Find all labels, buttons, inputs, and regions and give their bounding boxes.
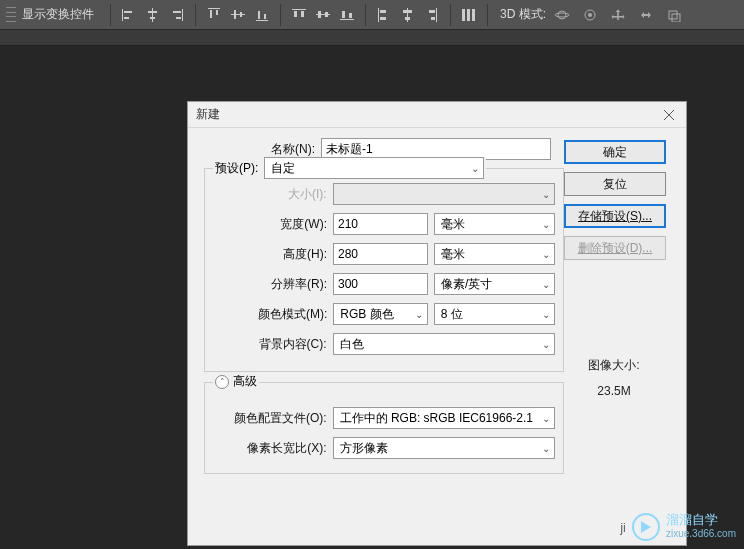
- dist-h-bottom-icon[interactable]: [336, 4, 358, 26]
- svg-rect-17: [264, 14, 266, 19]
- image-size-info: 图像大小: 23.5M: [564, 357, 664, 398]
- align-vcenter-icon[interactable]: [227, 4, 249, 26]
- chevron-down-icon: ⌄: [542, 443, 550, 454]
- dist-h-top-icon[interactable]: [288, 4, 310, 26]
- delete-preset-button: 删除预设(D)...: [564, 236, 666, 260]
- resolution-label: 分辨率(R):: [213, 276, 327, 293]
- svg-rect-38: [472, 9, 475, 21]
- toolbar-divider: [110, 4, 111, 26]
- svg-rect-37: [467, 9, 470, 21]
- svg-point-42: [588, 13, 592, 17]
- svg-point-40: [555, 13, 569, 17]
- watermark-url: zixue.3d66.com: [666, 527, 736, 541]
- toolbar-divider: [365, 4, 366, 26]
- dist-h-center-icon[interactable]: [312, 4, 334, 26]
- ruler: [0, 30, 744, 46]
- toolbar-divider: [280, 4, 281, 26]
- chevron-down-icon: ⌄: [542, 339, 550, 350]
- width-label: 宽度(W):: [213, 216, 327, 233]
- watermark: ji 溜溜自学 zixue.3d66.com: [620, 513, 736, 541]
- svg-rect-4: [148, 11, 157, 13]
- svg-rect-23: [325, 12, 328, 17]
- svg-rect-24: [340, 19, 354, 20]
- image-size-value: 23.5M: [564, 384, 664, 398]
- resolution-unit-select[interactable]: 像素/英寸⌄: [434, 273, 555, 295]
- svg-rect-36: [462, 9, 465, 21]
- width-input[interactable]: [333, 213, 428, 235]
- color-mode-label: 颜色模式(M):: [213, 306, 327, 323]
- 3d-pan-icon[interactable]: [607, 4, 629, 26]
- watermark-play-icon: [632, 513, 660, 541]
- color-mode-select[interactable]: RGB 颜色⌄: [333, 303, 427, 325]
- width-unit-select[interactable]: 毫米⌄: [434, 213, 555, 235]
- chevron-down-icon: ⌄: [471, 163, 479, 174]
- svg-rect-43: [669, 11, 677, 19]
- svg-rect-3: [152, 8, 153, 22]
- svg-rect-25: [342, 11, 345, 18]
- bg-label: 背景内容(C):: [213, 336, 327, 353]
- svg-rect-14: [240, 12, 242, 17]
- svg-rect-8: [176, 17, 181, 19]
- size-label: 大小(I):: [213, 186, 327, 203]
- name-label: 名称(N):: [200, 141, 315, 158]
- toolbar-divider: [487, 4, 488, 26]
- svg-rect-20: [301, 11, 304, 17]
- bg-select[interactable]: 白色⌄: [333, 333, 555, 355]
- align-hcenter-icon[interactable]: [142, 4, 164, 26]
- size-select: ⌄: [333, 183, 555, 205]
- chevron-down-icon: ⌄: [542, 279, 550, 290]
- dist-v-left-icon[interactable]: [373, 4, 395, 26]
- svg-rect-13: [234, 10, 236, 19]
- height-unit-select[interactable]: 毫米⌄: [434, 243, 555, 265]
- preset-select[interactable]: 自定 ⌄: [264, 157, 484, 179]
- chevron-down-icon: ⌄: [542, 189, 550, 200]
- height-input[interactable]: [333, 243, 428, 265]
- color-depth-select[interactable]: 8 位⌄: [434, 303, 555, 325]
- svg-rect-22: [318, 11, 321, 18]
- profile-label: 颜色配置文件(O):: [213, 410, 327, 427]
- 3d-rotate-icon[interactable]: [579, 4, 601, 26]
- save-preset-button[interactable]: 存储预设(S)...: [564, 204, 666, 228]
- chevron-down-icon: ⌄: [415, 309, 423, 320]
- svg-rect-16: [258, 11, 260, 19]
- align-top-icon[interactable]: [203, 4, 225, 26]
- close-icon[interactable]: [658, 104, 680, 126]
- align-left-icon[interactable]: [118, 4, 140, 26]
- reset-button[interactable]: 复位: [564, 172, 666, 196]
- dist-v-center-icon[interactable]: [397, 4, 419, 26]
- preset-value: 自定: [271, 160, 295, 177]
- dialog-side-buttons: 确定 复位 存储预设(S)... 删除预设(D)...: [564, 140, 666, 260]
- 3d-scale-icon[interactable]: [663, 4, 685, 26]
- 3d-slide-icon[interactable]: [635, 4, 657, 26]
- transform-controls-label[interactable]: 显示变换控件: [22, 6, 94, 23]
- watermark-title: 溜溜自学: [666, 513, 736, 527]
- 3d-orbit-icon[interactable]: [551, 4, 573, 26]
- svg-rect-32: [405, 17, 410, 20]
- aspect-label: 像素长宽比(X):: [213, 440, 327, 457]
- dialog-titlebar[interactable]: 新建: [188, 102, 686, 128]
- advanced-toggle[interactable]: ˄ 高级: [213, 373, 259, 390]
- svg-rect-1: [124, 11, 132, 13]
- grip-handle[interactable]: [6, 6, 16, 24]
- svg-rect-12: [231, 14, 245, 15]
- top-toolbar: 显示变换控件 3D 模式:: [0, 0, 744, 30]
- profile-select[interactable]: 工作中的 RGB: sRGB IEC61966-2.1⌄: [333, 407, 555, 429]
- align-right-icon[interactable]: [166, 4, 188, 26]
- svg-rect-6: [182, 9, 183, 21]
- chevron-up-icon: ˄: [215, 375, 229, 389]
- align-bottom-icon[interactable]: [251, 4, 273, 26]
- auto-align-icon[interactable]: [458, 4, 480, 26]
- svg-rect-5: [150, 17, 155, 19]
- dist-v-right-icon[interactable]: [421, 4, 443, 26]
- toolbar-divider: [195, 4, 196, 26]
- svg-rect-18: [292, 9, 306, 10]
- advanced-label: 高级: [233, 373, 257, 390]
- aspect-select[interactable]: 方形像素⌄: [333, 437, 555, 459]
- ok-button[interactable]: 确定: [564, 140, 666, 164]
- resolution-input[interactable]: [333, 273, 428, 295]
- svg-rect-0: [122, 9, 123, 21]
- svg-rect-10: [210, 10, 212, 18]
- svg-rect-34: [429, 10, 435, 13]
- image-size-label: 图像大小:: [564, 357, 664, 374]
- preset-label: 预设(P):: [215, 160, 258, 177]
